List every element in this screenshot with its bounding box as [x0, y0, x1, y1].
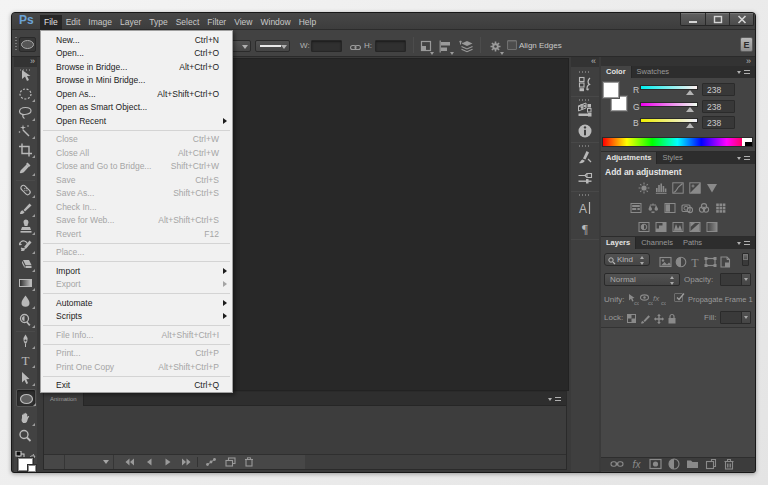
fill-input[interactable]: [720, 311, 751, 324]
menubar-item-view[interactable]: View: [230, 15, 256, 30]
panel-group-grip[interactable]: [579, 145, 591, 147]
shape-layer-filter-icon[interactable]: [704, 254, 717, 267]
dock-collapse-left-icon[interactable]: «: [571, 57, 599, 67]
g-slider-thumb[interactable]: [686, 107, 694, 112]
hand-tool[interactable]: [17, 410, 34, 426]
menubar-item-file[interactable]: File: [40, 15, 62, 30]
path-selection-tool[interactable]: [17, 370, 34, 386]
ellipse-tool[interactable]: [16, 389, 36, 407]
tween-icon[interactable]: [202, 455, 220, 469]
background-color-swatch[interactable]: [28, 465, 36, 472]
zoom-tool[interactable]: [17, 428, 34, 444]
menu-item-open-as[interactable]: Open As...Alt+Shift+Ctrl+O: [41, 87, 232, 101]
align-icon[interactable]: [439, 39, 452, 52]
r-slider-thumb[interactable]: [686, 90, 694, 95]
curves-icon[interactable]: [672, 180, 684, 192]
layer-filter-kind-dropdown[interactable]: Kind: [604, 253, 650, 266]
gear-icon[interactable]: [489, 39, 502, 52]
title-bar[interactable]: Ps FileEditImageLayerTypeSelectFilterVie…: [12, 13, 755, 30]
duplicate-frame-icon[interactable]: [221, 455, 239, 469]
opacity-input[interactable]: [720, 273, 751, 286]
dodge-tool[interactable]: [17, 312, 34, 328]
tool-preset-picker[interactable]: [19, 37, 36, 52]
new-layer-icon[interactable]: [705, 456, 717, 474]
menu-item-print-one-copy[interactable]: Print One CopyAlt+Shift+Ctrl+P: [41, 360, 232, 374]
move-tool[interactable]: [17, 68, 34, 84]
maximize-button[interactable]: [705, 13, 729, 26]
magic-wand-tool[interactable]: [17, 123, 34, 139]
next-frame-icon[interactable]: [178, 455, 196, 469]
menu-item-place[interactable]: Place...: [41, 246, 232, 260]
layers-list[interactable]: [601, 327, 755, 458]
menu-item-revert[interactable]: RevertF12: [41, 227, 232, 241]
lock-all-icon[interactable]: [666, 311, 678, 323]
stroke-type-dropdown[interactable]: [255, 40, 290, 52]
link-layers-icon[interactable]: [610, 456, 624, 474]
color-lookup-icon[interactable]: [715, 200, 727, 212]
shape-mode-dropdown[interactable]: [231, 40, 251, 52]
menu-item-automate[interactable]: Automate: [41, 296, 232, 310]
lock-transparent-icon[interactable]: [626, 311, 638, 323]
play-icon[interactable]: [159, 455, 177, 469]
levels-icon[interactable]: [655, 180, 667, 192]
layer-filter-toggle[interactable]: [742, 253, 749, 266]
loop-selector-dropdown[interactable]: [64, 455, 114, 469]
panel-group-grip[interactable]: [579, 99, 591, 101]
tab-channels[interactable]: Channels: [636, 237, 678, 249]
menu-item-browse-in-bridge[interactable]: Browse in Bridge...Alt+Ctrl+O: [41, 60, 232, 74]
exposure-icon[interactable]: [689, 180, 701, 192]
adjustments-panel-menu-icon[interactable]: [737, 155, 750, 162]
eyedropper-tool[interactable]: [17, 160, 34, 176]
toolbar-collapse-icon[interactable]: »: [14, 57, 37, 67]
menubar-item-layer[interactable]: Layer: [116, 15, 145, 30]
minimize-button[interactable]: [681, 13, 705, 26]
link-dimensions-icon[interactable]: [349, 40, 362, 53]
tab-layers[interactable]: Layers: [601, 237, 636, 249]
3d-panel-icon[interactable]: [577, 102, 593, 118]
color-spectrum-ramp[interactable]: [602, 137, 753, 147]
menu-item-open-as-smart-object[interactable]: Open as Smart Object...: [41, 101, 232, 115]
align-edges-checkbox[interactable]: [507, 40, 517, 50]
photo-filter-icon[interactable]: [681, 200, 693, 212]
layers-panel-menu-icon[interactable]: [737, 240, 750, 247]
menu-item-save-as[interactable]: Save As...Shift+Ctrl+S: [41, 187, 232, 201]
character-panel-icon[interactable]: A: [577, 200, 593, 216]
menubar-item-window[interactable]: Window: [256, 15, 294, 30]
layer-group-icon[interactable]: [686, 456, 699, 474]
arrange-icon[interactable]: [459, 39, 474, 52]
menu-item-close-all[interactable]: Close AllAlt+Ctrl+W: [41, 146, 232, 160]
layer-style-icon[interactable]: fx: [630, 456, 643, 474]
clone-stamp-tool[interactable]: [17, 219, 34, 235]
blend-mode-dropdown[interactable]: Normal: [604, 273, 680, 286]
paragraph-panel-icon[interactable]: ¶: [577, 220, 593, 236]
healing-brush-tool[interactable]: [17, 182, 34, 198]
crop-tool[interactable]: [17, 142, 34, 158]
lasso-tool[interactable]: [17, 105, 34, 121]
dock-collapse-right-icon[interactable]: »: [601, 57, 755, 66]
type-tool[interactable]: T: [17, 352, 34, 368]
menu-item-scripts[interactable]: Scripts: [41, 310, 232, 324]
menu-item-file-info[interactable]: File Info...Alt+Shift+Ctrl+I: [41, 328, 232, 342]
black-white-icon[interactable]: [664, 200, 676, 212]
width-input[interactable]: [311, 40, 342, 52]
menu-item-close[interactable]: CloseCtrl+W: [41, 133, 232, 147]
pen-tool[interactable]: [17, 333, 34, 349]
timeline-panel-menu-icon[interactable]: [548, 396, 561, 403]
brush-tool[interactable]: [17, 201, 34, 217]
b-value-input[interactable]: 238: [702, 116, 735, 129]
height-input[interactable]: [375, 40, 406, 52]
delete-frame-icon[interactable]: [240, 455, 258, 469]
blur-tool[interactable]: [17, 293, 34, 309]
info-panel-icon[interactable]: [577, 123, 593, 139]
color-foreground-swatch[interactable]: [603, 82, 619, 98]
channel-mixer-icon[interactable]: [698, 200, 710, 212]
menu-item-print[interactable]: Print...Ctrl+P: [41, 347, 232, 361]
selective-color-icon[interactable]: [706, 219, 718, 231]
timeline-tab[interactable]: Animation: [44, 392, 84, 406]
history-brush-tool[interactable]: [17, 238, 34, 254]
threshold-icon[interactable]: [672, 219, 684, 231]
menubar-item-select[interactable]: Select: [172, 15, 204, 30]
lock-move-icon[interactable]: [653, 311, 665, 323]
path-operations-icon[interactable]: [419, 39, 432, 52]
menu-item-export[interactable]: Export: [41, 278, 232, 292]
